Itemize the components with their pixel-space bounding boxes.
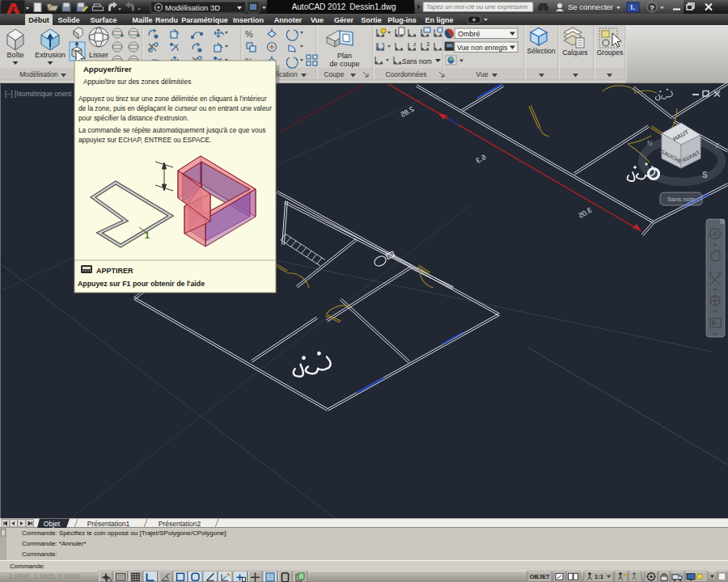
svg-text:pour spécifier la distance d'e: pour spécifier la distance d'extrusion.: [78, 114, 188, 122]
svg-text:Présentation1: Présentation1: [87, 520, 130, 528]
svg-text:Coordonnées: Coordonnées: [385, 70, 426, 78]
svg-text:Commande:: Commande:: [10, 563, 45, 570]
svg-text:Sans nom: Sans nom: [667, 196, 695, 203]
svg-text:Rendu: Rendu: [155, 16, 178, 24]
svg-text:Calques: Calques: [562, 48, 587, 57]
svg-text:Commande: *Annuler*: Commande: *Annuler*: [22, 540, 87, 547]
svg-text:Début: Début: [28, 16, 49, 24]
svg-text:%: %: [245, 29, 253, 39]
svg-text:Sortie: Sortie: [361, 16, 382, 24]
svg-text:Annoter: Annoter: [274, 16, 303, 24]
svg-text:Solide: Solide: [57, 16, 79, 24]
svg-text:Appuie/tire sur des zones déli: Appuie/tire sur des zones délimitées: [83, 78, 191, 86]
svg-text:Vue: Vue: [311, 16, 324, 24]
svg-text:[−] [Isométrique orient: [−] [Isométrique orient: [5, 90, 72, 98]
svg-text:S: S: [702, 171, 708, 179]
svg-text:z: z: [413, 41, 417, 47]
svg-text:appuyiez sur ECHAP, ENTREE ou: appuyiez sur ECHAP, ENTREE ou ESPACE.: [78, 136, 211, 144]
svg-text:!.: !.: [630, 3, 635, 11]
svg-text:Tapez un mot-clé ou une expres: Tapez un mot-clé ou une expression: [426, 3, 527, 11]
svg-text:AutoCAD 2012: AutoCAD 2012: [292, 2, 346, 11]
svg-text:Paramétrique: Paramétrique: [181, 16, 228, 24]
svg-text:Vue non enregis: Vue non enregis: [457, 44, 507, 52]
svg-text:En ligne: En ligne: [425, 16, 453, 24]
svg-text:Surface: Surface: [90, 16, 116, 24]
svg-text:-2.9598, 1.5620, 0.0000: -2.9598, 1.5620, 0.0000: [6, 572, 80, 580]
svg-text:1:1: 1:1: [595, 573, 603, 580]
svg-text:Plan: Plan: [337, 52, 352, 60]
svg-text:Lisser: Lisser: [89, 51, 108, 59]
svg-text:Appuyer/tirer: Appuyer/tirer: [83, 65, 132, 74]
svg-text:Se connecter: Se connecter: [568, 2, 613, 11]
svg-text:APPTIRER: APPTIRER: [96, 267, 133, 275]
svg-text:Dessin1.dwg: Dessin1.dwg: [349, 2, 396, 11]
svg-text:Appuyez ou tirez sur une zone: Appuyez ou tirez sur une zone délimitée …: [78, 95, 267, 103]
svg-text:Maille: Maille: [132, 16, 152, 24]
svg-text:Vue: Vue: [476, 70, 489, 78]
svg-text:Extrusion: Extrusion: [35, 51, 66, 59]
svg-text:Boîte: Boîte: [6, 51, 23, 59]
svg-text:N: N: [647, 139, 653, 147]
svg-text:Plug-ins: Plug-ins: [387, 16, 417, 24]
svg-text:Sélection: Sélection: [527, 47, 556, 55]
svg-text:de la zone, puis en déplaçant: de la zone, puis en déplaçant le curseur…: [78, 104, 272, 112]
svg-text:Commande:: Commande:: [22, 550, 57, 558]
svg-text:La commande se répète automati: La commande se répète automatiquement ju…: [78, 126, 265, 134]
svg-text:Insertion: Insertion: [233, 16, 264, 24]
svg-text:?: ?: [650, 4, 654, 12]
svg-text:de coupe: de coupe: [329, 60, 359, 68]
svg-text:Présentation2: Présentation2: [159, 520, 201, 528]
svg-text:Groupes: Groupes: [597, 48, 624, 57]
svg-text:Gérer: Gérer: [334, 16, 354, 24]
svg-text:Modélisation: Modélisation: [19, 70, 58, 78]
svg-text:OBJET: OBJET: [529, 573, 549, 580]
svg-text:Modélisation 3D: Modélisation 3D: [165, 3, 220, 12]
svg-text:E: E: [715, 141, 720, 150]
svg-text:Commande: Spécifiez le coin op: Commande: Spécifiez le coin opposé ou [T…: [22, 529, 228, 537]
svg-text:Appuyez sur F1 pour obtenir de: Appuyez sur F1 pour obtenir de l'aide: [78, 280, 205, 288]
svg-text:Sans nom: Sans nom: [402, 58, 432, 65]
svg-text:Objet: Objet: [44, 520, 61, 528]
svg-text:3: 3: [426, 41, 430, 47]
svg-text:Coupe: Coupe: [324, 70, 344, 78]
svg-text:Ombré: Ombré: [458, 30, 480, 38]
